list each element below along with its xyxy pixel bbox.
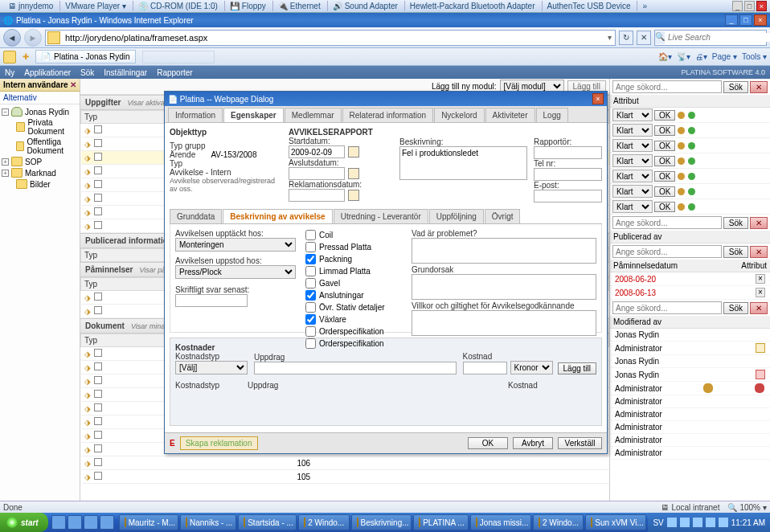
menu-applikationer[interactable]: Applikationer [24, 68, 71, 77]
tree-node[interactable]: Bilder [0, 178, 80, 190]
calendar-icon[interactable] [348, 146, 359, 158]
klart-select[interactable]: Klart [612, 170, 653, 182]
dropdown-icon[interactable]: ▾ [604, 33, 615, 42]
task-button[interactable]: Jonas missi... [470, 514, 531, 530]
task-button[interactable]: 2 Windo... [298, 514, 349, 530]
search-box[interactable]: 🔍 ▾ [654, 30, 767, 46]
klart-select[interactable]: Klart [612, 139, 653, 152]
klart-select[interactable]: Klart [612, 154, 653, 167]
tab-egenskaper[interactable]: Egenskaper [223, 108, 284, 122]
search-input[interactable] [665, 33, 770, 42]
search-button-1[interactable]: Sök [723, 81, 748, 93]
select-kostnadstyp[interactable]: [Välj] [175, 361, 248, 374]
delete-button-3[interactable]: ✕ [750, 246, 768, 258]
vm-usb[interactable]: AuthenTec USB Device [542, 1, 636, 11]
task-button[interactable]: PLATINA ... [413, 514, 469, 530]
delete-button-2[interactable]: ✕ [750, 217, 768, 229]
search-button-3[interactable]: Sök [723, 246, 748, 258]
vm-sound[interactable]: 🔊 Sound Adapter [327, 1, 403, 11]
input-epost[interactable] [534, 190, 602, 203]
input-problem[interactable] [412, 238, 596, 264]
clock[interactable]: 11:21 AM [731, 518, 765, 527]
menu-ny[interactable]: Ny [5, 68, 14, 77]
tree-node[interactable]: Offentliga Dokument [0, 137, 80, 156]
empty-tab[interactable] [142, 51, 215, 63]
reset-button[interactable]: Verkställ [558, 437, 602, 449]
menu-installningar[interactable]: Inställningar [104, 68, 147, 77]
back-button[interactable]: ◄ [3, 29, 21, 47]
checkbox-anslutningar[interactable]: Anslutningar [305, 289, 402, 301]
vm-cdrom[interactable]: 💿 CD-ROM (IDE 1:0) [133, 1, 223, 11]
refresh-button[interactable]: ↻ [619, 31, 633, 45]
menu-rapporter[interactable]: Rapporter [157, 68, 192, 77]
ok-button[interactable]: OK [654, 171, 675, 182]
search-input-2[interactable] [612, 216, 722, 229]
delete-icon[interactable]: × [756, 274, 765, 284]
checkbox-coil[interactable]: Coil [305, 229, 402, 241]
checkbox-vrstativdetaljer[interactable]: Övr. Stativ detaljer [305, 301, 402, 313]
ok-button[interactable]: OK [654, 186, 675, 197]
home-button[interactable]: 🏠▾ [658, 52, 672, 61]
checkbox-pressadplatta[interactable]: Pressad Platta [305, 241, 402, 253]
input-kostnad[interactable] [463, 362, 507, 374]
vm-eth[interactable]: 🔌 Ethernet [272, 1, 326, 11]
select-upptackt[interactable]: Monteringen [175, 238, 296, 252]
task-button[interactable]: 2 Windo... [533, 514, 584, 530]
sidebar-close-icon[interactable]: ✕ [70, 80, 76, 89]
forward-button[interactable]: ► [24, 29, 42, 47]
input-startdatum[interactable] [289, 145, 345, 158]
tree-node[interactable]: +SOP [0, 156, 80, 167]
ok-button[interactable]: OK [654, 156, 675, 166]
checkbox-limmadplatta[interactable]: Limmad Platta [305, 265, 402, 277]
subtab-uppfoljning[interactable]: Uppföljning [429, 209, 484, 223]
ok-button[interactable]: OK [654, 110, 675, 121]
task-button[interactable]: Beskrivning... [351, 514, 412, 530]
delete-button-4[interactable]: ✕ [750, 302, 768, 314]
checkbox-vxlare[interactable]: Växlare [305, 313, 402, 325]
stop-button[interactable]: ✕ [637, 31, 651, 45]
page-menu[interactable]: Page ▾ [712, 52, 737, 61]
select-uppstod[interactable]: Press/Plock [175, 265, 296, 279]
search-button-4[interactable]: Sök [723, 302, 748, 314]
subtab-ovrigt[interactable]: Övrigt [485, 209, 521, 223]
tab-information[interactable]: Information [168, 108, 223, 122]
search-input-1[interactable] [612, 80, 722, 93]
tools-menu[interactable]: Tools ▾ [742, 52, 767, 61]
ok-button[interactable]: OK [654, 202, 675, 212]
close-button[interactable]: × [754, 14, 767, 26]
subtab-utredning[interactable]: Utredning - Leverantör [334, 209, 428, 223]
klart-select[interactable]: Klart [612, 124, 653, 137]
dialog-titlebar[interactable]: 📄 Platina -- Webpage Dialog × [165, 92, 607, 106]
search-button-2[interactable]: Sök [723, 217, 748, 229]
tree-node[interactable]: +Marknad [0, 167, 80, 178]
maximize-button[interactable]: □ [739, 14, 752, 26]
tree-node[interactable]: Privata Dokument [0, 117, 80, 137]
calendar-icon[interactable] [348, 168, 359, 179]
vm-close-icon[interactable]: × [756, 1, 767, 11]
zoom-control[interactable]: 🔍 100% ▾ [727, 503, 767, 512]
vm-min-icon[interactable]: _ [732, 1, 743, 11]
delete-icon[interactable]: × [756, 288, 765, 297]
input-avslut[interactable] [289, 167, 345, 180]
calendar-icon[interactable] [348, 190, 359, 201]
input-tel[interactable] [534, 168, 602, 181]
task-button[interactable]: Sun xVM Vi... [585, 514, 646, 530]
start-button[interactable]: start [0, 513, 48, 532]
cancel-button[interactable]: Avbryt [513, 437, 553, 449]
search-input-4[interactable] [612, 301, 722, 314]
ql-icon[interactable] [100, 515, 114, 530]
sidebar-alternativ[interactable]: Alternativ [0, 92, 80, 104]
table-row[interactable]: ⬗105 [81, 470, 609, 484]
url-input[interactable] [62, 33, 604, 43]
favorites-icon[interactable] [3, 51, 16, 63]
add-favorite-icon[interactable]: ✚ [23, 52, 29, 61]
vm-bt[interactable]: Hewlett-Packard Bluetooth Adapter [404, 1, 540, 11]
checkbox-packning[interactable]: Packning [305, 253, 402, 265]
input-svar[interactable] [175, 294, 248, 307]
subtab-beskrivning[interactable]: Beskrivning av avvikelse [223, 209, 332, 223]
skapa-reklamation-button[interactable]: Skapa reklamation [180, 436, 258, 450]
vm-floppy[interactable]: 💾 Floppy [224, 1, 271, 11]
input-villkor[interactable] [412, 310, 596, 336]
vm-player[interactable]: VMware Player ▾ [59, 1, 131, 11]
klart-select[interactable]: Klart [612, 200, 653, 213]
